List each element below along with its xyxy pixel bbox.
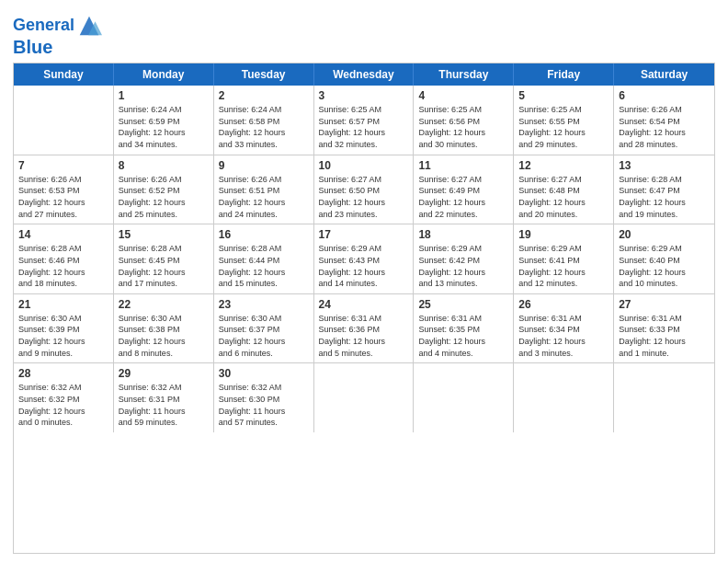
day-number: 23 — [219, 297, 309, 312]
day-cell-10: 10Sunrise: 6:27 AM Sunset: 6:50 PM Dayli… — [314, 155, 415, 224]
empty-cell-r4c5 — [514, 363, 614, 432]
day-cell-7: 7Sunrise: 6:26 AM Sunset: 6:53 PM Daylig… — [14, 155, 114, 224]
day-info: Sunrise: 6:28 AM Sunset: 6:44 PM Dayligh… — [219, 243, 309, 289]
day-number: 6 — [619, 88, 710, 103]
day-number: 3 — [319, 88, 409, 103]
day-cell-23: 23Sunrise: 6:30 AM Sunset: 6:37 PM Dayli… — [214, 294, 314, 363]
calendar-row-1: 1Sunrise: 6:24 AM Sunset: 6:59 PM Daylig… — [14, 86, 714, 155]
day-info: Sunrise: 6:25 AM Sunset: 6:57 PM Dayligh… — [319, 104, 409, 150]
day-cell-27: 27Sunrise: 6:31 AM Sunset: 6:33 PM Dayli… — [614, 294, 714, 363]
day-number: 19 — [518, 227, 609, 242]
day-number: 26 — [518, 297, 609, 312]
day-number: 30 — [219, 366, 309, 381]
day-cell-29: 29Sunrise: 6:32 AM Sunset: 6:31 PM Dayli… — [114, 363, 214, 432]
day-number: 14 — [18, 227, 108, 242]
day-info: Sunrise: 6:31 AM Sunset: 6:34 PM Dayligh… — [518, 313, 609, 359]
day-info: Sunrise: 6:32 AM Sunset: 6:32 PM Dayligh… — [18, 382, 108, 428]
day-info: Sunrise: 6:26 AM Sunset: 6:53 PM Dayligh… — [18, 174, 108, 220]
day-info: Sunrise: 6:24 AM Sunset: 6:58 PM Dayligh… — [219, 104, 309, 150]
calendar: SundayMondayTuesdayWednesdayThursdayFrid… — [13, 63, 715, 554]
day-cell-28: 28Sunrise: 6:32 AM Sunset: 6:32 PM Dayli… — [14, 363, 114, 432]
day-number: 17 — [319, 227, 409, 242]
day-number: 27 — [619, 297, 710, 312]
day-number: 25 — [418, 297, 508, 312]
day-cell-9: 9Sunrise: 6:26 AM Sunset: 6:51 PM Daylig… — [214, 155, 314, 224]
day-cell-30: 30Sunrise: 6:32 AM Sunset: 6:30 PM Dayli… — [214, 363, 314, 432]
day-info: Sunrise: 6:25 AM Sunset: 6:55 PM Dayligh… — [518, 104, 609, 150]
logo-text: General — [13, 17, 74, 35]
day-number: 8 — [119, 158, 209, 173]
day-number: 15 — [119, 227, 209, 242]
day-cell-21: 21Sunrise: 6:30 AM Sunset: 6:39 PM Dayli… — [14, 294, 114, 363]
day-number: 9 — [219, 158, 309, 173]
day-info: Sunrise: 6:28 AM Sunset: 6:45 PM Dayligh… — [119, 243, 209, 289]
day-info: Sunrise: 6:26 AM Sunset: 6:52 PM Dayligh… — [119, 174, 209, 220]
day-info: Sunrise: 6:30 AM Sunset: 6:37 PM Dayligh… — [219, 313, 309, 359]
empty-cell-r0c0 — [14, 86, 114, 155]
day-cell-8: 8Sunrise: 6:26 AM Sunset: 6:52 PM Daylig… — [114, 155, 214, 224]
day-cell-14: 14Sunrise: 6:28 AM Sunset: 6:46 PM Dayli… — [14, 224, 114, 293]
day-cell-12: 12Sunrise: 6:27 AM Sunset: 6:48 PM Dayli… — [514, 155, 614, 224]
day-number: 16 — [219, 227, 309, 242]
logo-icon — [76, 13, 102, 39]
day-cell-20: 20Sunrise: 6:29 AM Sunset: 6:40 PM Dayli… — [614, 224, 714, 293]
day-cell-22: 22Sunrise: 6:30 AM Sunset: 6:38 PM Dayli… — [114, 294, 214, 363]
calendar-row-5: 28Sunrise: 6:32 AM Sunset: 6:32 PM Dayli… — [14, 362, 714, 432]
logo-blue: Blue — [13, 37, 52, 57]
day-info: Sunrise: 6:27 AM Sunset: 6:50 PM Dayligh… — [319, 174, 409, 220]
weekday-header-saturday: Saturday — [614, 63, 714, 86]
day-number: 1 — [119, 88, 209, 103]
day-info: Sunrise: 6:30 AM Sunset: 6:38 PM Dayligh… — [119, 313, 209, 359]
day-info: Sunrise: 6:27 AM Sunset: 6:49 PM Dayligh… — [418, 174, 508, 220]
calendar-row-3: 14Sunrise: 6:28 AM Sunset: 6:46 PM Dayli… — [14, 224, 714, 293]
day-info: Sunrise: 6:30 AM Sunset: 6:39 PM Dayligh… — [18, 313, 108, 359]
day-cell-3: 3Sunrise: 6:25 AM Sunset: 6:57 PM Daylig… — [314, 86, 415, 155]
day-cell-2: 2Sunrise: 6:24 AM Sunset: 6:58 PM Daylig… — [214, 86, 314, 155]
day-info: Sunrise: 6:29 AM Sunset: 6:41 PM Dayligh… — [518, 243, 609, 289]
day-info: Sunrise: 6:26 AM Sunset: 6:54 PM Dayligh… — [619, 104, 710, 150]
day-cell-13: 13Sunrise: 6:28 AM Sunset: 6:47 PM Dayli… — [614, 155, 714, 224]
day-cell-1: 1Sunrise: 6:24 AM Sunset: 6:59 PM Daylig… — [114, 86, 214, 155]
day-info: Sunrise: 6:29 AM Sunset: 6:42 PM Dayligh… — [418, 243, 508, 289]
weekday-header-wednesday: Wednesday — [314, 63, 415, 86]
day-number: 20 — [619, 227, 710, 242]
day-info: Sunrise: 6:31 AM Sunset: 6:35 PM Dayligh… — [418, 313, 508, 359]
day-cell-15: 15Sunrise: 6:28 AM Sunset: 6:45 PM Dayli… — [114, 224, 214, 293]
day-info: Sunrise: 6:32 AM Sunset: 6:30 PM Dayligh… — [219, 382, 309, 428]
day-number: 7 — [18, 158, 108, 173]
page: General Blue SundayMondayTuesdayWednesda… — [0, 0, 728, 563]
day-cell-18: 18Sunrise: 6:29 AM Sunset: 6:42 PM Dayli… — [414, 224, 514, 293]
day-info: Sunrise: 6:31 AM Sunset: 6:33 PM Dayligh… — [619, 313, 710, 359]
day-number: 5 — [518, 88, 609, 103]
day-info: Sunrise: 6:28 AM Sunset: 6:47 PM Dayligh… — [619, 174, 710, 220]
day-number: 29 — [119, 366, 209, 381]
day-number: 10 — [319, 158, 409, 173]
day-number: 18 — [418, 227, 508, 242]
day-cell-19: 19Sunrise: 6:29 AM Sunset: 6:41 PM Dayli… — [514, 224, 614, 293]
day-cell-17: 17Sunrise: 6:29 AM Sunset: 6:43 PM Dayli… — [314, 224, 415, 293]
calendar-row-4: 21Sunrise: 6:30 AM Sunset: 6:39 PM Dayli… — [14, 293, 714, 363]
empty-cell-r4c3 — [314, 363, 415, 432]
weekday-header-tuesday: Tuesday — [214, 63, 314, 86]
day-cell-16: 16Sunrise: 6:28 AM Sunset: 6:44 PM Dayli… — [214, 224, 314, 293]
day-info: Sunrise: 6:32 AM Sunset: 6:31 PM Dayligh… — [119, 382, 209, 428]
logo: General Blue — [13, 13, 102, 57]
day-cell-11: 11Sunrise: 6:27 AM Sunset: 6:49 PM Dayli… — [414, 155, 514, 224]
day-info: Sunrise: 6:25 AM Sunset: 6:56 PM Dayligh… — [418, 104, 508, 150]
day-number: 2 — [219, 88, 309, 103]
day-number: 12 — [518, 158, 609, 173]
weekday-header-sunday: Sunday — [14, 63, 114, 86]
day-info: Sunrise: 6:31 AM Sunset: 6:36 PM Dayligh… — [319, 313, 409, 359]
day-number: 22 — [119, 297, 209, 312]
day-number: 28 — [18, 366, 108, 381]
day-info: Sunrise: 6:26 AM Sunset: 6:51 PM Dayligh… — [219, 174, 309, 220]
day-number: 21 — [18, 297, 108, 312]
day-cell-6: 6Sunrise: 6:26 AM Sunset: 6:54 PM Daylig… — [614, 86, 714, 155]
calendar-row-2: 7Sunrise: 6:26 AM Sunset: 6:53 PM Daylig… — [14, 155, 714, 224]
day-number: 11 — [418, 158, 508, 173]
day-info: Sunrise: 6:24 AM Sunset: 6:59 PM Dayligh… — [119, 104, 209, 150]
day-cell-24: 24Sunrise: 6:31 AM Sunset: 6:36 PM Dayli… — [314, 294, 415, 363]
day-number: 4 — [418, 88, 508, 103]
empty-cell-r4c4 — [414, 363, 514, 432]
empty-cell-r4c6 — [614, 363, 714, 432]
